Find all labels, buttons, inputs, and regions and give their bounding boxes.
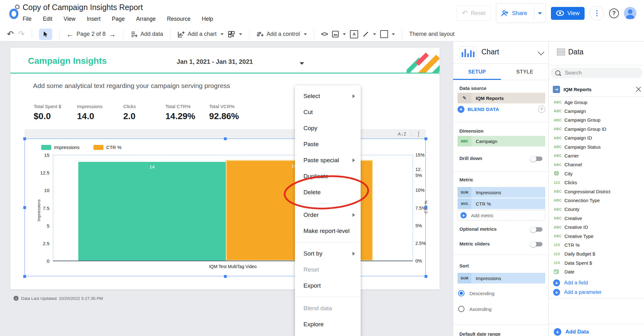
field-carrier[interactable]: ABCCarrier [549, 151, 644, 160]
selection-handle[interactable] [425, 206, 427, 209]
sort-metric-chip[interactable]: SUM Impressions [458, 273, 545, 284]
field-county[interactable]: ABCCounty [549, 205, 644, 214]
field-search[interactable] [551, 68, 642, 78]
context-menu-item-duplicate[interactable]: Duplicate [295, 168, 361, 184]
field-congressional-district[interactable]: ABCCongressional District [549, 187, 644, 196]
field-data-spent-[interactable]: 123Data Spent $ [549, 258, 644, 267]
menu-page[interactable]: Page [112, 16, 125, 22]
field-date[interactable]: Date [549, 267, 644, 276]
field-channel[interactable]: ABCChannel [549, 160, 644, 169]
bar-chart-widget[interactable]: ImpressionsCTR % 1414.29% 1512.5107.552.… [25, 139, 426, 276]
add-data-button[interactable]: + Add Data [554, 328, 589, 336]
field-campaign-id[interactable]: ABCCampaign ID [549, 134, 644, 142]
sort-option-descending[interactable]: Descending [458, 290, 494, 296]
context-menu-item-copy[interactable]: Copy [295, 120, 361, 136]
tab-style[interactable]: STYLE [501, 64, 549, 80]
add-control-button[interactable]: Add a control [256, 31, 307, 38]
report-page[interactable]: Campaign Insights Jan 1, 2021 - Jan 31, … [10, 48, 440, 289]
metric-chip[interactable]: SUMImpressions [458, 187, 545, 198]
add-chart-button[interactable]: Add a chart [177, 30, 224, 38]
context-menu-item-delete[interactable]: Delete [295, 184, 361, 200]
add-data-button[interactable]: Add data [130, 30, 163, 38]
report-title[interactable]: Copy of Campaign Insights Report [23, 3, 143, 12]
field-creative-id[interactable]: ABCCreative ID [549, 223, 644, 232]
add-field-button[interactable]: + Add a field [553, 279, 588, 286]
previous-page-button[interactable]: ← [66, 30, 74, 38]
data-source-row[interactable]: ➔ IQM Reports [553, 85, 640, 93]
context-menu-item-cut[interactable]: Cut [295, 104, 361, 120]
scorecard[interactable]: Total CTR%14.29% [165, 104, 209, 121]
legend-item[interactable]: CTR % [93, 145, 121, 150]
add-parameter-button[interactable]: + Add a parameter [553, 289, 602, 296]
field-connection-type[interactable]: ABCConnection Type [549, 196, 644, 205]
theme-layout-button[interactable]: Theme and layout [409, 31, 454, 37]
context-menu-item-sort-by[interactable]: Sort by [295, 245, 361, 262]
scorecard[interactable]: Impressions14.0 [77, 104, 123, 121]
blend-data-button[interactable]: + BLEND DATA ? [458, 106, 545, 113]
undo-button[interactable]: ↶ [7, 29, 14, 39]
menu-resource[interactable]: Resource [167, 16, 191, 22]
field-city[interactable]: City [549, 169, 644, 178]
view-button[interactable]: View [551, 7, 585, 20]
menu-view[interactable]: View [64, 16, 75, 22]
field-campaign-group-id[interactable]: ABCCampaign Group ID [549, 124, 644, 133]
context-menu-item-paste-special[interactable]: Paste special [295, 152, 361, 168]
menu-arrange[interactable]: Arrange [136, 16, 156, 22]
chart-more-options-icon[interactable]: ⋮ [416, 130, 421, 137]
field-campaign-group[interactable]: ABCCampaign Group [549, 116, 644, 124]
metric-sliders-toggle[interactable] [531, 242, 542, 246]
data-source-chip[interactable]: ✎ IQM Reports [458, 93, 545, 103]
insert-image-button[interactable] [332, 30, 346, 38]
drill-down-toggle[interactable] [531, 157, 542, 161]
tab-setup[interactable]: SETUP [453, 64, 501, 80]
scorecard[interactable]: Total Spent $$0.0 [34, 104, 77, 121]
sort-option-ascending[interactable]: Ascending [458, 306, 491, 312]
selection-handle[interactable] [224, 137, 227, 140]
user-avatar[interactable] [624, 7, 636, 19]
context-menu-item-export[interactable]: Export [295, 278, 361, 294]
redo-button[interactable]: ↷ [18, 29, 25, 39]
chevron-down-icon[interactable] [538, 49, 544, 55]
field-creative[interactable]: ABCCreative [549, 214, 644, 223]
field-ctr-[interactable]: 123CTR % [549, 240, 644, 249]
embed-url-button[interactable]: <> [321, 30, 328, 38]
scorecard[interactable]: Clicks2.0 [123, 104, 165, 121]
field-campaign-status[interactable]: ABCCampaign Status [549, 142, 644, 151]
blend-help-icon[interactable]: ? [538, 106, 545, 113]
scorecard[interactable]: Total VCR%92.86% [209, 104, 253, 121]
selection-handle[interactable] [23, 137, 26, 140]
next-page-button[interactable]: → [108, 30, 116, 38]
radio-selected-icon[interactable] [458, 290, 464, 296]
context-menu-item-make-report-level[interactable]: Make report-level [295, 223, 361, 239]
field-campaign[interactable]: ABCCampaign [549, 107, 644, 115]
metric-chip[interactable]: AVGCTR % [458, 198, 545, 209]
context-menu-item-explore[interactable]: Explore [295, 316, 361, 332]
context-menu-item-paste[interactable]: Paste [295, 136, 361, 152]
text-box-button[interactable]: A [350, 30, 358, 38]
field-daily-budget-[interactable]: 123Daily Budget $ [549, 250, 644, 258]
page-title[interactable]: Campaign Insights [28, 56, 107, 66]
menu-insert[interactable]: Insert [87, 16, 101, 22]
selection-handle[interactable] [425, 137, 427, 140]
radio-unselected-icon[interactable] [458, 306, 464, 312]
optional-metrics-toggle[interactable] [531, 227, 542, 232]
select-tool-button[interactable] [39, 29, 52, 40]
field-creative-type[interactable]: ABCCreative Type [549, 232, 644, 240]
dimension-chip[interactable]: ABC Campaign [458, 136, 545, 146]
selection-handle[interactable] [23, 275, 26, 278]
shape-tool-button[interactable] [380, 30, 395, 38]
chart-type-icon[interactable] [459, 46, 477, 60]
share-menu-caret[interactable] [534, 7, 546, 19]
selection-handle[interactable] [425, 275, 427, 278]
pencil-icon[interactable]: ✎ [458, 93, 471, 103]
collapse-fields-icon[interactable] [637, 85, 640, 93]
date-range-control[interactable]: Jan 1, 2021 - Jan 31, 2021 [158, 58, 271, 65]
community-visualizations-button[interactable] [228, 30, 242, 38]
selection-handle[interactable] [23, 206, 26, 209]
menu-help[interactable]: Help [202, 16, 213, 22]
sort-az-icon[interactable]: A↓Z [398, 131, 407, 136]
field-age-group[interactable]: ABCAge Group [549, 98, 644, 107]
page-indicator[interactable]: Page 2 of 8 [77, 31, 106, 37]
field-clicks[interactable]: 123Clicks [549, 178, 644, 187]
annotation-text[interactable]: Add some analytical text regarding your … [33, 82, 230, 90]
